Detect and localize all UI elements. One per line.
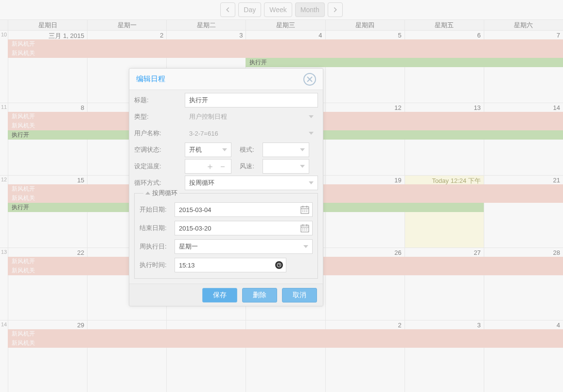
title-input[interactable]: 执行开 <box>185 93 318 107</box>
label-start-date: 开始日期: <box>140 205 175 214</box>
label-exec-time: 执行时间: <box>140 261 175 269</box>
label-fan: 风速: <box>231 162 263 171</box>
fan-select[interactable] <box>263 159 309 174</box>
delete-button[interactable]: 删除 <box>242 288 277 303</box>
weekday-value: 星期一 <box>179 242 198 251</box>
minus-icon[interactable]: － <box>218 162 227 171</box>
temperature-stepper[interactable]: ＋ － <box>185 159 231 174</box>
label-ac-state: 空调状态: <box>134 145 185 154</box>
dialog-title: 编辑日程 <box>136 74 165 84</box>
dialog-footer: 保存 删除 取消 <box>129 284 323 306</box>
chevron-down-icon <box>222 148 227 151</box>
label-end-date: 结束日期: <box>140 224 175 232</box>
exec-time-input[interactable]: 15:13 <box>175 258 286 272</box>
chevron-down-icon <box>309 115 314 118</box>
chevron-down-icon <box>303 245 308 248</box>
cancel-button[interactable]: 取消 <box>282 288 317 303</box>
calendar-icon[interactable] <box>300 205 309 214</box>
plus-icon[interactable]: ＋ <box>206 162 214 171</box>
chevron-up-icon <box>145 192 150 195</box>
type-value: 用户控制日程 <box>189 112 227 121</box>
label-set-temp: 设定温度: <box>134 162 185 171</box>
clock-icon[interactable] <box>275 261 283 269</box>
mode-select[interactable] <box>263 143 309 157</box>
ac-state-select[interactable]: 开机 <box>185 143 231 157</box>
save-button[interactable]: 保存 <box>202 288 237 303</box>
chevron-down-icon <box>300 148 305 151</box>
start-date-input[interactable]: 2015-03-04 <box>175 202 313 217</box>
exec-time-value: 15:13 <box>179 262 195 269</box>
weekly-cycle-group: 按周循环 开始日期: 2015-03-04 结束日期: 2015-03-20 <box>134 193 318 279</box>
chevron-down-icon <box>309 132 314 135</box>
edit-schedule-dialog: 编辑日程 标题: 执行开 类型: 用户控制日程 用户名称: 3-2-7=616 <box>129 68 323 306</box>
label-cycle: 循环方式: <box>134 178 185 187</box>
end-date-value: 2015-03-20 <box>179 225 211 232</box>
end-date-input[interactable]: 2015-03-20 <box>175 221 313 235</box>
label-user: 用户名称: <box>134 129 185 138</box>
label-type: 类型: <box>134 112 185 121</box>
user-value: 3-2-7=616 <box>189 130 218 137</box>
dialog-body: 标题: 执行开 类型: 用户控制日程 用户名称: 3-2-7=616 空调状态: <box>129 90 323 284</box>
chevron-down-icon <box>309 181 314 184</box>
close-button[interactable] <box>303 73 316 86</box>
label-weekday: 周执行日: <box>140 242 175 251</box>
chevron-down-icon <box>300 165 305 168</box>
type-select[interactable]: 用户控制日程 <box>185 109 318 124</box>
close-icon <box>307 76 313 82</box>
calendar-icon[interactable] <box>300 224 309 232</box>
user-select[interactable]: 3-2-7=616 <box>185 126 318 141</box>
group-title[interactable]: 按周循环 <box>143 189 179 197</box>
weekday-select[interactable]: 星期一 <box>175 239 313 254</box>
start-date-value: 2015-03-04 <box>179 206 211 214</box>
modal-overlay: 编辑日程 标题: 执行开 类型: 用户控制日程 用户名称: 3-2-7=616 <box>0 0 563 392</box>
dialog-header: 编辑日程 <box>129 69 323 90</box>
label-mode: 模式: <box>231 145 263 154</box>
cycle-select[interactable]: 按周循环 <box>185 176 318 190</box>
ac-state-value: 开机 <box>189 145 202 154</box>
cycle-value: 按周循环 <box>189 178 214 187</box>
label-title: 标题: <box>134 96 185 105</box>
